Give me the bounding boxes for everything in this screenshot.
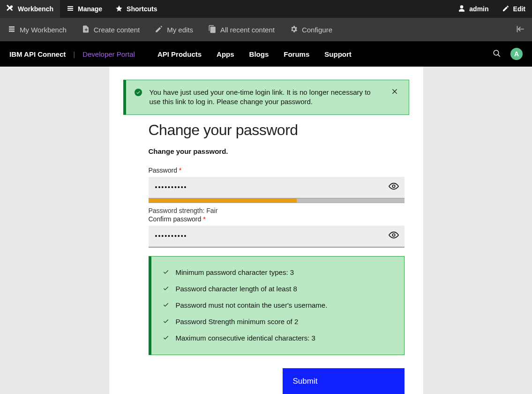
rule-item: Password must not contain the user's use… — [161, 297, 395, 313]
check-icon — [163, 318, 169, 325]
admin-workbench-label: Workbench — [18, 5, 53, 13]
admin-edit[interactable]: Edit — [495, 0, 532, 18]
eye-icon — [389, 230, 399, 242]
nav-separator: | — [73, 50, 75, 58]
workbench-toolbar: My Workbench Create content My edits All… — [0, 18, 532, 41]
svg-point-7 — [392, 234, 395, 236]
rule-text: Password character length of at least 8 — [176, 285, 297, 293]
svg-point-0 — [161, 26, 162, 27]
collapse-icon[interactable] — [516, 24, 525, 35]
check-icon — [163, 334, 169, 341]
portal-brand[interactable]: IBM API Connect — [9, 50, 66, 58]
password-strength-bar — [149, 198, 405, 203]
confirm-password-label: Confirm password * — [149, 215, 405, 223]
rule-text: Maximum consecutive identical characters… — [176, 334, 315, 342]
check-circle-icon — [135, 89, 142, 96]
admin-workbench[interactable]: Workbench — [0, 0, 60, 18]
avatar-letter: A — [514, 50, 519, 58]
page-subtitle: Change your password. — [149, 147, 409, 155]
rule-item: Minimum password character types: 3 — [161, 264, 395, 280]
svg-line-3 — [498, 54, 500, 57]
main-panel: You have just used your one-time login l… — [109, 67, 423, 394]
gear-icon — [290, 25, 298, 35]
portal-nav: IBM API Connect | Developer Portal API P… — [0, 41, 532, 67]
toggle-password-visibility[interactable] — [383, 181, 405, 193]
confirm-password-input[interactable] — [149, 232, 383, 240]
rule-item: Password character length of at least 8 — [161, 280, 395, 297]
tb-create-content[interactable]: Create content — [74, 18, 147, 41]
nav-api-products[interactable]: API Products — [157, 50, 202, 58]
nav-support[interactable]: Support — [324, 50, 352, 58]
tb-my-edits-label: My edits — [167, 26, 193, 34]
list-icon — [7, 25, 16, 35]
nav-blogs[interactable]: Blogs — [249, 50, 269, 58]
password-rules: Minimum password character types: 3 Pass… — [149, 256, 405, 355]
admin-edit-label: Edit — [513, 5, 525, 13]
strength-fill — [149, 198, 297, 203]
rule-text: Password must not contain the user's use… — [176, 301, 328, 309]
rule-item: Maximum consecutive identical characters… — [161, 330, 395, 346]
svg-rect-1 — [517, 26, 518, 32]
password-input-row — [149, 177, 405, 198]
tb-my-workbench[interactable]: My Workbench — [0, 18, 74, 41]
documents-icon — [208, 25, 217, 35]
toggle-confirm-visibility[interactable] — [383, 230, 405, 242]
alert-close-button[interactable] — [389, 88, 400, 98]
strength-rest — [297, 198, 404, 203]
rule-text: Minimum password character types: 3 — [176, 268, 294, 276]
alert-message: You have just used your one-time login l… — [150, 88, 382, 107]
admin-bar: Workbench Manage Shortcuts admin Edit — [0, 0, 532, 18]
tb-configure-label: Configure — [302, 26, 332, 34]
login-alert: You have just used your one-time login l… — [123, 80, 409, 115]
confirm-password-input-row — [149, 226, 405, 247]
user-icon — [458, 5, 465, 14]
tb-configure[interactable]: Configure — [282, 18, 340, 41]
hamburger-icon — [67, 5, 74, 14]
pencil-dot-icon — [155, 25, 163, 35]
portal-devportal[interactable]: Developer Portal — [82, 50, 135, 58]
svg-point-2 — [494, 50, 499, 55]
check-icon — [163, 285, 169, 292]
check-icon — [163, 302, 169, 308]
rule-text: Password Strength minimum score of 2 — [176, 318, 299, 326]
svg-point-6 — [392, 185, 395, 188]
admin-manage[interactable]: Manage — [60, 0, 109, 18]
avatar[interactable]: A — [510, 48, 523, 60]
admin-shortcuts-label: Shortcuts — [127, 5, 157, 13]
tools-icon — [7, 5, 14, 14]
password-strength-text: Password strength: Fair — [149, 207, 405, 214]
password-input[interactable] — [149, 183, 383, 191]
tb-my-edits[interactable]: My edits — [147, 18, 201, 41]
nav-apps[interactable]: Apps — [217, 50, 234, 58]
rule-item: Password Strength minimum score of 2 — [161, 313, 395, 330]
admin-user-label: admin — [469, 5, 488, 13]
pencil-icon — [502, 5, 510, 14]
tb-create-content-label: Create content — [94, 26, 140, 34]
admin-manage-label: Manage — [78, 5, 102, 13]
close-icon — [391, 88, 398, 97]
eye-icon — [389, 181, 399, 193]
tb-all-recent-label: All recent content — [220, 26, 275, 34]
admin-shortcuts[interactable]: Shortcuts — [109, 0, 164, 18]
tb-all-recent[interactable]: All recent content — [201, 18, 282, 41]
tb-my-workbench-label: My Workbench — [20, 26, 67, 34]
search-icon[interactable] — [493, 49, 501, 59]
document-plus-icon — [82, 25, 90, 35]
star-icon — [115, 5, 123, 14]
admin-user[interactable]: admin — [451, 0, 495, 18]
submit-button[interactable]: Submit — [283, 368, 405, 394]
check-icon — [163, 269, 169, 275]
password-label: Password * — [149, 167, 405, 174]
nav-forums[interactable]: Forums — [284, 50, 309, 58]
page-title: Change your password — [149, 121, 409, 139]
